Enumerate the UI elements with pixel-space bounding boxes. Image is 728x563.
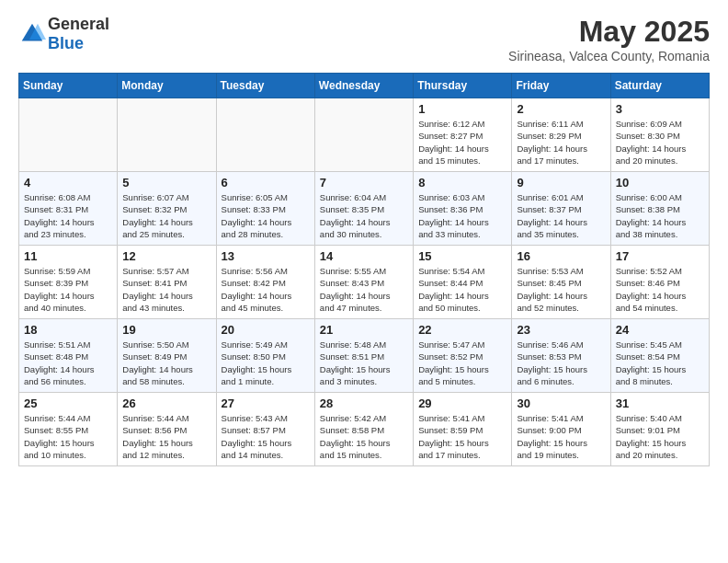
- day-number: 18: [24, 323, 112, 337]
- day-info: Sunrise: 5:57 AM Sunset: 8:41 PM Dayligh…: [122, 265, 210, 314]
- week-row-2: 11Sunrise: 5:59 AM Sunset: 8:39 PM Dayli…: [19, 246, 710, 319]
- calendar-cell: 6Sunrise: 6:05 AM Sunset: 8:33 PM Daylig…: [216, 172, 314, 246]
- day-number: 23: [517, 323, 605, 337]
- calendar-cell: [118, 98, 216, 172]
- day-info: Sunrise: 6:04 AM Sunset: 8:35 PM Dayligh…: [320, 191, 408, 240]
- day-number: 30: [517, 396, 605, 410]
- day-number: 25: [24, 396, 112, 410]
- day-info: Sunrise: 6:08 AM Sunset: 8:31 PM Dayligh…: [24, 191, 112, 240]
- day-info: Sunrise: 5:44 AM Sunset: 8:55 PM Dayligh…: [24, 412, 112, 461]
- day-info: Sunrise: 5:43 AM Sunset: 8:57 PM Dayligh…: [222, 412, 310, 461]
- day-info: Sunrise: 5:50 AM Sunset: 8:49 PM Dayligh…: [122, 339, 210, 387]
- location-subtitle: Sirineasa, Valcea County, Romania: [508, 49, 710, 63]
- day-info: Sunrise: 6:05 AM Sunset: 8:33 PM Dayligh…: [222, 191, 310, 240]
- day-number: 17: [616, 249, 704, 263]
- day-number: 16: [517, 249, 605, 263]
- calendar-cell: 31Sunrise: 5:40 AM Sunset: 9:01 PM Dayli…: [610, 393, 709, 466]
- day-number: 15: [418, 249, 506, 263]
- calendar-cell: 16Sunrise: 5:53 AM Sunset: 8:45 PM Dayli…: [512, 246, 610, 319]
- day-info: Sunrise: 5:45 AM Sunset: 8:54 PM Dayligh…: [616, 339, 704, 387]
- day-number: 10: [616, 176, 704, 190]
- calendar-cell: 21Sunrise: 5:48 AM Sunset: 8:51 PM Dayli…: [314, 319, 413, 393]
- calendar-cell: 20Sunrise: 5:49 AM Sunset: 8:50 PM Dayli…: [216, 319, 314, 393]
- calendar-cell: 19Sunrise: 5:50 AM Sunset: 8:49 PM Dayli…: [118, 319, 216, 393]
- day-number: 2: [517, 102, 605, 116]
- week-row-0: 1Sunrise: 6:12 AM Sunset: 8:27 PM Daylig…: [19, 98, 710, 172]
- week-row-1: 4Sunrise: 6:08 AM Sunset: 8:31 PM Daylig…: [19, 172, 710, 246]
- calendar-cell: 4Sunrise: 6:08 AM Sunset: 8:31 PM Daylig…: [19, 172, 118, 246]
- day-number: 20: [222, 323, 310, 337]
- calendar-cell: 17Sunrise: 5:52 AM Sunset: 8:46 PM Dayli…: [610, 246, 709, 319]
- day-number: 1: [418, 102, 506, 116]
- calendar-cell: 30Sunrise: 5:41 AM Sunset: 9:00 PM Dayli…: [512, 393, 610, 466]
- day-number: 11: [24, 249, 112, 263]
- day-number: 6: [222, 176, 310, 190]
- day-number: 4: [24, 176, 112, 190]
- day-info: Sunrise: 5:56 AM Sunset: 8:42 PM Dayligh…: [222, 265, 310, 314]
- calendar-cell: 12Sunrise: 5:57 AM Sunset: 8:41 PM Dayli…: [118, 246, 216, 319]
- day-info: Sunrise: 5:53 AM Sunset: 8:45 PM Dayligh…: [517, 265, 605, 314]
- day-number: 9: [517, 176, 605, 190]
- day-number: 19: [122, 323, 210, 337]
- day-info: Sunrise: 5:59 AM Sunset: 8:39 PM Dayligh…: [24, 265, 112, 314]
- week-row-3: 18Sunrise: 5:51 AM Sunset: 8:48 PM Dayli…: [19, 319, 710, 393]
- calendar-cell: 23Sunrise: 5:46 AM Sunset: 8:53 PM Dayli…: [512, 319, 610, 393]
- day-number: 3: [616, 102, 704, 116]
- calendar-cell: 27Sunrise: 5:43 AM Sunset: 8:57 PM Dayli…: [216, 393, 314, 466]
- calendar-cell: 11Sunrise: 5:59 AM Sunset: 8:39 PM Dayli…: [19, 246, 118, 319]
- day-info: Sunrise: 6:09 AM Sunset: 8:30 PM Dayligh…: [616, 118, 704, 167]
- logo-blue: Blue: [48, 34, 84, 52]
- calendar-cell: 24Sunrise: 5:45 AM Sunset: 8:54 PM Dayli…: [610, 319, 709, 393]
- header: General Blue May 2025 Sirineasa, Valcea …: [18, 15, 710, 63]
- day-number: 24: [616, 323, 704, 337]
- calendar-cell: 3Sunrise: 6:09 AM Sunset: 8:30 PM Daylig…: [610, 98, 709, 172]
- calendar-cell: 2Sunrise: 6:11 AM Sunset: 8:29 PM Daylig…: [512, 98, 610, 172]
- day-info: Sunrise: 6:12 AM Sunset: 8:27 PM Dayligh…: [418, 118, 506, 167]
- calendar-cell: [314, 98, 413, 172]
- calendar-cell: 22Sunrise: 5:47 AM Sunset: 8:52 PM Dayli…: [414, 319, 512, 393]
- calendar-cell: 29Sunrise: 5:41 AM Sunset: 8:59 PM Dayli…: [414, 393, 512, 466]
- day-number: 26: [122, 396, 210, 410]
- calendar-cell: 18Sunrise: 5:51 AM Sunset: 8:48 PM Dayli…: [19, 319, 118, 393]
- day-info: Sunrise: 5:54 AM Sunset: 8:44 PM Dayligh…: [418, 265, 506, 314]
- day-info: Sunrise: 5:41 AM Sunset: 9:00 PM Dayligh…: [517, 412, 605, 461]
- weekday-header-saturday: Saturday: [610, 74, 709, 98]
- logo-icon: [18, 20, 46, 48]
- day-number: 5: [122, 176, 210, 190]
- calendar-cell: 25Sunrise: 5:44 AM Sunset: 8:55 PM Dayli…: [19, 393, 118, 466]
- day-info: Sunrise: 5:42 AM Sunset: 8:58 PM Dayligh…: [320, 412, 408, 461]
- month-title: May 2025: [508, 15, 710, 49]
- day-number: 13: [222, 249, 310, 263]
- day-info: Sunrise: 5:40 AM Sunset: 9:01 PM Dayligh…: [616, 412, 704, 461]
- week-row-4: 25Sunrise: 5:44 AM Sunset: 8:55 PM Dayli…: [19, 393, 710, 466]
- weekday-header-row: SundayMondayTuesdayWednesdayThursdayFrid…: [19, 74, 710, 98]
- weekday-header-tuesday: Tuesday: [216, 74, 314, 98]
- calendar-cell: 1Sunrise: 6:12 AM Sunset: 8:27 PM Daylig…: [414, 98, 512, 172]
- day-number: 7: [320, 176, 408, 190]
- day-info: Sunrise: 5:55 AM Sunset: 8:43 PM Dayligh…: [320, 265, 408, 314]
- calendar-cell: 14Sunrise: 5:55 AM Sunset: 8:43 PM Dayli…: [314, 246, 413, 319]
- day-info: Sunrise: 5:41 AM Sunset: 8:59 PM Dayligh…: [418, 412, 506, 461]
- day-number: 8: [418, 176, 506, 190]
- day-info: Sunrise: 6:00 AM Sunset: 8:38 PM Dayligh…: [616, 191, 704, 240]
- day-info: Sunrise: 5:46 AM Sunset: 8:53 PM Dayligh…: [517, 339, 605, 387]
- day-info: Sunrise: 5:52 AM Sunset: 8:46 PM Dayligh…: [616, 265, 704, 314]
- calendar-cell: 5Sunrise: 6:07 AM Sunset: 8:32 PM Daylig…: [118, 172, 216, 246]
- weekday-header-wednesday: Wednesday: [314, 74, 413, 98]
- weekday-header-sunday: Sunday: [19, 74, 118, 98]
- day-info: Sunrise: 5:51 AM Sunset: 8:48 PM Dayligh…: [24, 339, 112, 387]
- calendar-cell: 10Sunrise: 6:00 AM Sunset: 8:38 PM Dayli…: [610, 172, 709, 246]
- title-area: May 2025 Sirineasa, Valcea County, Roman…: [508, 15, 710, 63]
- day-number: 22: [418, 323, 506, 337]
- day-info: Sunrise: 5:48 AM Sunset: 8:51 PM Dayligh…: [320, 339, 408, 387]
- calendar-cell: 26Sunrise: 5:44 AM Sunset: 8:56 PM Dayli…: [118, 393, 216, 466]
- calendar-table: SundayMondayTuesdayWednesdayThursdayFrid…: [18, 73, 710, 466]
- page: General Blue May 2025 Sirineasa, Valcea …: [0, 0, 728, 481]
- weekday-header-monday: Monday: [118, 74, 216, 98]
- day-number: 14: [320, 249, 408, 263]
- calendar-cell: 7Sunrise: 6:04 AM Sunset: 8:35 PM Daylig…: [314, 172, 413, 246]
- day-info: Sunrise: 6:07 AM Sunset: 8:32 PM Dayligh…: [122, 191, 210, 240]
- day-info: Sunrise: 6:11 AM Sunset: 8:29 PM Dayligh…: [517, 118, 605, 167]
- calendar-cell: 9Sunrise: 6:01 AM Sunset: 8:37 PM Daylig…: [512, 172, 610, 246]
- logo: General Blue: [18, 15, 109, 53]
